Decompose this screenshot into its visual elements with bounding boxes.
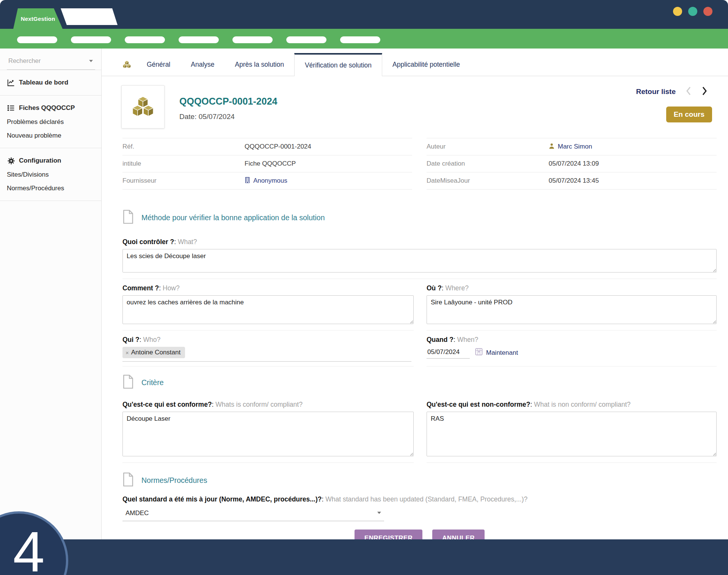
section-criteria: Critère: [122, 374, 717, 391]
section-method: Méthode pour vérifier la bonne applicati…: [122, 209, 717, 226]
row-conform: Qu'est-ce qui est conforme?: Whats is co…: [122, 401, 717, 463]
field-when: Quand ?: When? Maintenant: [427, 336, 717, 367]
sidebar-item-label: Sites/Divisions: [7, 171, 49, 179]
tab-verification-de-solution[interactable]: Vérification de solution: [294, 53, 382, 76]
nav-pill[interactable]: [179, 36, 219, 43]
window-controls: [673, 7, 712, 16]
list-icon: [7, 104, 15, 112]
sidebar-item-configuration[interactable]: Configuration: [7, 154, 95, 168]
detail-row-ref: Réf. QQQOCCP-0001-2024: [122, 138, 412, 155]
sidebar-item-label: Tableau de bord: [19, 79, 68, 86]
building-icon: [245, 177, 250, 185]
sidebar: Tableau de bord Fiches QQQOCCP Problèmes…: [0, 49, 102, 539]
how-textarea[interactable]: ouvrez les caches arrières de la machine: [122, 295, 414, 324]
sidebar-item-label: Fiches QQQOCCP: [19, 104, 75, 112]
field-who: Qui ?: Who? × Antoine Constant: [122, 336, 414, 367]
status-badge: En cours: [666, 107, 712, 122]
field-how: Comment ?: How? ouvrez les caches arrièr…: [122, 284, 414, 331]
divider: [0, 95, 101, 96]
when-date-input[interactable]: [427, 347, 470, 359]
sidebar-item-normes-procedures[interactable]: Normes/Procédures: [7, 182, 95, 195]
nav-pill[interactable]: [17, 36, 57, 43]
nav-pill[interactable]: [232, 36, 273, 43]
calendar-icon: [475, 348, 483, 357]
detail-row-auteur: Auteur Marc Simon: [427, 138, 717, 155]
what-textarea[interactable]: Les scies de Découpe laser: [122, 249, 717, 273]
set-now-button[interactable]: Maintenant: [475, 348, 518, 357]
where-textarea[interactable]: Sire Laâyoune - unité PROD: [427, 295, 717, 324]
sidebar-item-problemes-declares[interactable]: Problèmes déclarés: [7, 115, 95, 129]
back-to-list-link[interactable]: Retour liste: [636, 88, 676, 96]
sidebar-item-dashboard[interactable]: Tableau de bord: [7, 75, 95, 90]
detail-row-intitule: intitule Fiche QQQOCCP: [122, 155, 412, 172]
step-number: 4: [13, 523, 44, 575]
chevron-down-icon[interactable]: [89, 60, 93, 62]
who-multiselect[interactable]: × Antoine Constant: [122, 347, 411, 362]
tab-general[interactable]: Général: [136, 53, 180, 76]
tab-bar: Général Analyse Après la solution Vérifi…: [102, 53, 728, 76]
app-window: NextGestion Tableau de bord: [0, 0, 728, 575]
details-right: Auteur Marc Simon Date création 05/07/20…: [427, 138, 717, 190]
details-left: Réf. QQQOCCP-0001-2024 intitule Fiche QQ…: [122, 138, 412, 190]
chevron-left-icon[interactable]: [686, 86, 692, 97]
divider: [0, 148, 101, 148]
cancel-button[interactable]: ANNULER: [432, 530, 485, 539]
section-title: Méthode pour vérifier la bonne applicati…: [141, 213, 325, 222]
record-thumbnail: [121, 85, 165, 128]
close-icon[interactable]: [703, 7, 712, 16]
field-conform: Qu'est-ce qui est conforme?: Whats is co…: [122, 401, 414, 463]
detail-row-date-creation: Date création 05/07/2024 13:09: [427, 155, 717, 172]
gear-icon: [7, 157, 15, 165]
cubes-icon: [122, 53, 131, 76]
brand-tab[interactable]: NextGestion: [13, 8, 63, 29]
cubes-icon: [131, 96, 155, 118]
detail-row-fournisseur: Fournisseur Anonymous: [122, 172, 412, 190]
page-icon: [122, 472, 134, 489]
nonconform-textarea[interactable]: RAS: [427, 412, 717, 456]
detail-row-date-maj: DateMiseaJour 05/07/2024 13:45: [427, 172, 717, 190]
supplier-link[interactable]: Anonymous: [245, 177, 287, 185]
nav-pill[interactable]: [71, 36, 111, 43]
person-icon: [549, 143, 555, 151]
sidebar-item-fiches-qqqoccp[interactable]: Fiches QQQOCCP: [7, 101, 95, 115]
main-content: Général Analyse Après la solution Vérifi…: [102, 49, 728, 539]
chart-line-icon: [7, 78, 15, 87]
conform-textarea[interactable]: Découpe Laser: [122, 412, 414, 456]
form-actions: ENREGISTRER ANNULER: [122, 530, 717, 539]
tab-analyse[interactable]: Analyse: [180, 53, 224, 76]
remove-icon[interactable]: ×: [126, 349, 129, 356]
sidebar-search: [7, 55, 95, 70]
sidebar-item-nouveau-probleme[interactable]: Nouveau problème: [7, 129, 95, 143]
sidebar-item-label: Problèmes déclarés: [7, 118, 64, 126]
section-standards: Normes/Procédures: [122, 472, 717, 489]
page-title: QQQOCCP-0001-2024: [179, 96, 277, 107]
nav-pill[interactable]: [125, 36, 165, 43]
field-what: Quoi contrôler ?: What? Les scies de Déc…: [122, 238, 717, 279]
divider: [0, 70, 101, 70]
author-link[interactable]: Marc Simon: [549, 143, 592, 151]
field-standard-label: Quel standard a été mis à jour (Norme, A…: [122, 495, 717, 503]
standard-select[interactable]: AMDEC: [122, 507, 384, 521]
tab-apres-la-solution[interactable]: Après la solution: [225, 53, 294, 76]
tab-applicabilite-potentielle[interactable]: Applicabilité potentielle: [382, 53, 470, 76]
minimize-icon[interactable]: [673, 7, 682, 16]
field-label: Quoi contrôler ?: What?: [122, 238, 717, 246]
nav-pill[interactable]: [340, 36, 380, 43]
section-title: Normes/Procédures: [141, 476, 207, 485]
maximize-icon[interactable]: [688, 7, 697, 16]
nav-pill[interactable]: [286, 36, 326, 43]
footer-bar: [0, 539, 728, 575]
who-chip[interactable]: × Antoine Constant: [122, 347, 185, 358]
search-input[interactable]: [8, 57, 85, 65]
title-bar: NextGestion: [0, 0, 728, 29]
sidebar-item-label: Configuration: [19, 157, 61, 165]
field-nonconform: Qu'est-ce qui est non-conforme?: What is…: [427, 401, 717, 463]
chevron-right-icon[interactable]: [701, 86, 708, 97]
sidebar-item-sites-divisions[interactable]: Sites/Divisions: [7, 168, 95, 182]
save-button[interactable]: ENREGISTRER: [355, 530, 422, 539]
inactive-window-tab[interactable]: [61, 8, 118, 25]
section-title: Critère: [141, 378, 164, 387]
page-icon: [122, 374, 134, 391]
field-where: Où ?: Where? Sire Laâyoune - unité PROD: [427, 284, 717, 331]
row-who-when: Qui ?: Who? × Antoine Constant Quand ?: …: [122, 336, 717, 367]
